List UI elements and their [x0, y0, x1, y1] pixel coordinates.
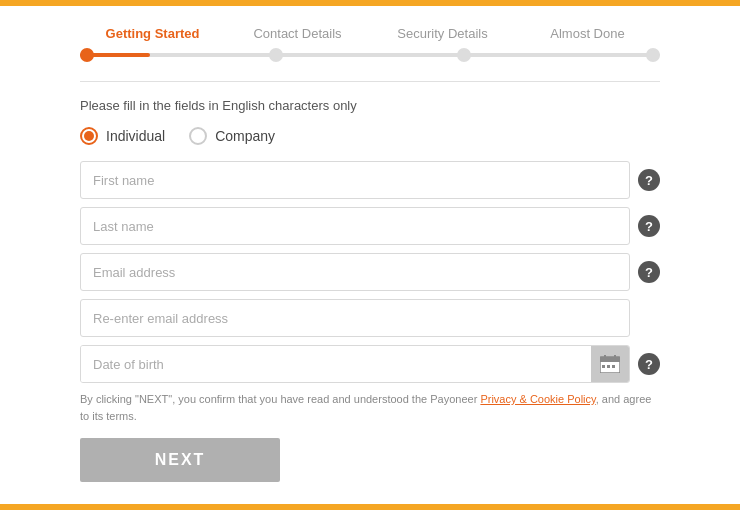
terms-text-before: By clicking "NEXT", you confirm that you…	[80, 393, 480, 405]
svg-rect-4	[602, 365, 605, 368]
dob-row: ?	[80, 345, 660, 383]
content-wrapper: Getting Started Contact Details Security…	[40, 6, 700, 502]
step-label-almost-done: Almost Done	[515, 26, 660, 41]
steps-labels: Getting Started Contact Details Security…	[80, 26, 660, 41]
dob-help-icon[interactable]: ?	[638, 353, 660, 375]
progress-dots	[80, 48, 660, 62]
last-name-row: ?	[80, 207, 660, 245]
email-input[interactable]	[80, 253, 630, 291]
terms-text: By clicking "NEXT", you confirm that you…	[80, 391, 660, 424]
privacy-policy-link[interactable]: Privacy & Cookie Policy	[480, 393, 595, 405]
radio-company[interactable]: Company	[189, 127, 275, 145]
radio-company-label[interactable]: Company	[215, 128, 275, 144]
radio-individual[interactable]: Individual	[80, 127, 165, 145]
step-label-security-details: Security Details	[370, 26, 515, 41]
dob-input[interactable]	[81, 346, 591, 382]
step-dot-3	[457, 48, 471, 62]
dob-input-wrap	[80, 345, 630, 383]
calendar-icon	[600, 355, 620, 373]
page-frame: Getting Started Contact Details Security…	[0, 0, 740, 510]
radio-group: Individual Company	[80, 127, 660, 145]
progress-section: Getting Started Contact Details Security…	[80, 26, 660, 63]
email-row: ?	[80, 253, 660, 291]
progress-bar-container	[80, 47, 660, 63]
re-enter-email-input[interactable]	[80, 299, 630, 337]
divider	[80, 81, 660, 82]
first-name-help-icon[interactable]: ?	[638, 169, 660, 191]
radio-individual-label[interactable]: Individual	[106, 128, 165, 144]
step-dot-1	[80, 48, 94, 62]
email-help-icon[interactable]: ?	[638, 261, 660, 283]
step-label-contact-details: Contact Details	[225, 26, 370, 41]
step-dot-4	[646, 48, 660, 62]
last-name-input[interactable]	[80, 207, 630, 245]
next-button[interactable]: NEXT	[80, 438, 280, 482]
last-name-help-icon[interactable]: ?	[638, 215, 660, 237]
svg-rect-6	[612, 365, 615, 368]
radio-company-input[interactable]	[189, 127, 207, 145]
calendar-button[interactable]	[591, 346, 629, 382]
svg-rect-1	[600, 357, 620, 362]
step-label-getting-started: Getting Started	[80, 26, 225, 41]
radio-individual-input[interactable]	[80, 127, 98, 145]
first-name-row: ?	[80, 161, 660, 199]
first-name-input[interactable]	[80, 161, 630, 199]
instruction-text: Please fill in the fields in English cha…	[80, 98, 660, 113]
re-enter-email-row	[80, 299, 660, 337]
step-dot-2	[269, 48, 283, 62]
svg-rect-5	[607, 365, 610, 368]
